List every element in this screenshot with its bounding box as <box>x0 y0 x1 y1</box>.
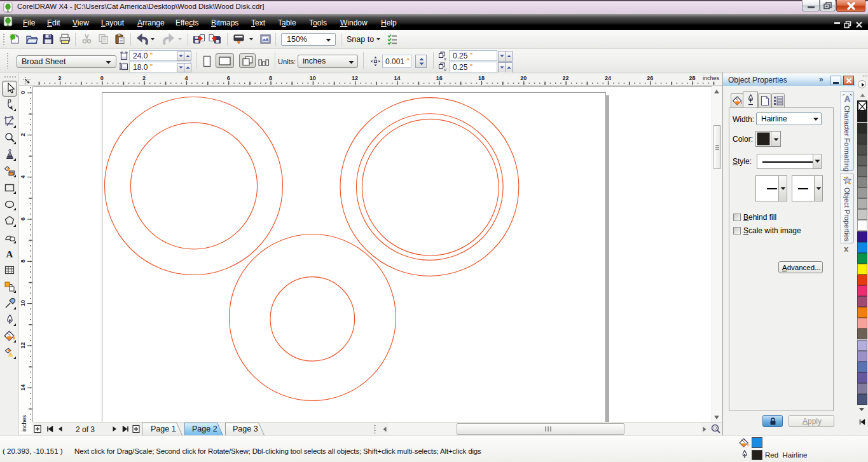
svg-text:10: 10 <box>20 300 26 306</box>
svg-text:24: 24 <box>605 75 611 81</box>
svg-text:4: 4 <box>184 75 188 81</box>
svg-text:18: 18 <box>478 75 485 81</box>
svg-text:14: 14 <box>20 384 26 391</box>
svg-text:8: 8 <box>269 75 272 81</box>
svg-text:0: 0 <box>20 91 26 94</box>
svg-text:10: 10 <box>310 75 316 81</box>
svg-text:0: 0 <box>100 75 104 81</box>
svg-text:22: 22 <box>563 75 569 81</box>
svg-text:12: 12 <box>20 342 26 348</box>
svg-text:16: 16 <box>436 75 443 81</box>
svg-text:2: 2 <box>58 75 61 81</box>
svg-text:2: 2 <box>142 75 146 81</box>
svg-text:28: 28 <box>689 75 695 81</box>
svg-text:A: A <box>6 249 13 259</box>
svg-text:inches: inches <box>21 414 27 431</box>
svg-text:4: 4 <box>20 175 26 179</box>
svg-text:A: A <box>844 94 851 104</box>
svg-text:inches: inches <box>703 75 720 81</box>
svg-text:20: 20 <box>520 75 527 81</box>
svg-text:6: 6 <box>227 75 230 81</box>
svg-text:x: x <box>443 56 447 61</box>
svg-text:12: 12 <box>352 75 358 81</box>
svg-text:26: 26 <box>647 75 653 81</box>
svg-text:6: 6 <box>20 217 26 221</box>
svg-text:14: 14 <box>394 75 400 81</box>
svg-text:y: y <box>443 67 447 72</box>
svg-text:2: 2 <box>20 133 26 136</box>
svg-text:8: 8 <box>20 259 26 262</box>
